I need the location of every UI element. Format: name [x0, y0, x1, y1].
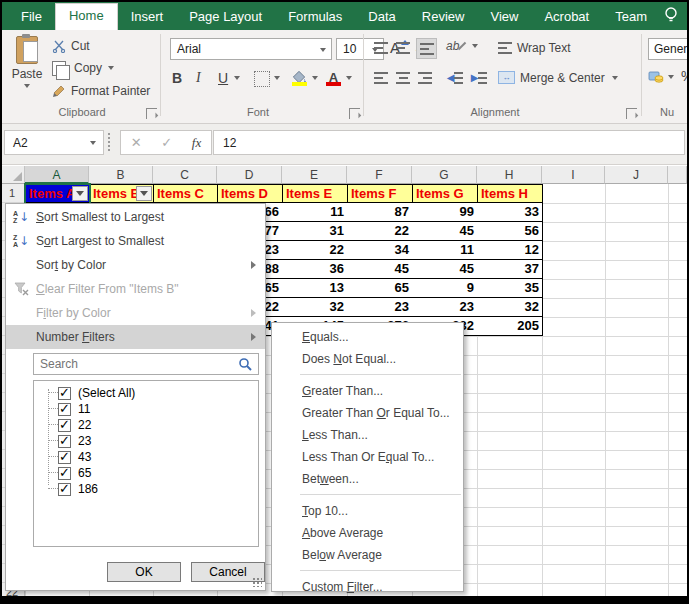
name-box-dropdown-arrow[interactable]	[90, 141, 96, 145]
column-header-d[interactable]: D	[217, 166, 282, 184]
checkbox-checked-icon[interactable]	[58, 435, 71, 448]
paste-dropdown-arrow[interactable]	[24, 84, 30, 88]
column-header-h[interactable]: H	[477, 166, 542, 184]
data-cell[interactable]: 31	[282, 222, 348, 241]
data-cell[interactable]: 34	[347, 241, 413, 260]
font-dialog-launcher[interactable]	[349, 108, 360, 119]
accounting-dropdown-arrow[interactable]	[668, 75, 674, 79]
underline-dropdown-arrow[interactable]	[234, 76, 240, 80]
ribbon-tab-file[interactable]: File	[8, 5, 55, 30]
data-cell[interactable]: 12	[477, 241, 543, 260]
percent-style-button[interactable]: %	[681, 68, 689, 84]
align-left-button[interactable]	[372, 69, 390, 86]
data-cell[interactable]: 33	[477, 203, 543, 222]
merge-center-dropdown-arrow[interactable]	[612, 76, 618, 80]
header-cell-items-e[interactable]: Items E	[282, 184, 348, 203]
data-cell[interactable]: 45	[347, 260, 413, 279]
cut-button[interactable]: Cut	[52, 38, 90, 54]
format-painter-button[interactable]: Format Painter	[52, 83, 150, 99]
decrease-indent-button[interactable]: ◀	[446, 69, 464, 86]
font-color-dropdown-arrow[interactable]	[346, 76, 352, 80]
checkbox-checked-icon[interactable]	[58, 483, 71, 496]
ribbon-tab-view[interactable]: View	[477, 5, 531, 30]
submenu-item-less-than-or-equal-to[interactable]: Less Than Or Equal To...	[272, 446, 463, 468]
checkbox-checked-icon[interactable]	[58, 451, 71, 464]
data-cell[interactable]: 35	[477, 279, 543, 298]
header-cell-items-g[interactable]: Items G	[412, 184, 478, 203]
formula-bar-splitter[interactable]	[108, 133, 114, 151]
submenu-item-top-10[interactable]: Top 10...	[272, 500, 463, 522]
data-cell[interactable]: 9	[412, 279, 478, 298]
header-cell-items-h[interactable]: Items H	[477, 184, 543, 203]
copy-button[interactable]: Copy	[52, 60, 114, 76]
font-name-combobox[interactable]: Arial	[170, 38, 332, 60]
data-cell[interactable]: 32	[282, 298, 348, 317]
column-header-c[interactable]: C	[153, 166, 217, 184]
resize-grip[interactable]	[253, 578, 262, 587]
ribbon-tab-page-layout[interactable]: Page Layout	[176, 5, 275, 30]
data-cell[interactable]: 32	[477, 298, 543, 317]
submenu-item-greater-than[interactable]: Greater Than...	[272, 380, 463, 402]
number-format-combobox[interactable]: General	[648, 38, 689, 60]
data-cell[interactable]: 11	[282, 203, 348, 222]
filter-button-items-a[interactable]	[72, 186, 88, 201]
data-cell[interactable]: 37	[477, 260, 543, 279]
submenu-item-below-average[interactable]: Below Average	[272, 544, 463, 566]
header-cell-items-d[interactable]: Items D	[217, 184, 283, 203]
align-center-button[interactable]	[394, 69, 412, 86]
tell-me-lightbulb-icon[interactable]	[661, 5, 681, 25]
bold-button[interactable]: B	[172, 70, 182, 86]
ribbon-tab-formulas[interactable]: Formulas	[275, 5, 355, 30]
ribbon-tab-insert[interactable]: Insert	[118, 5, 177, 30]
data-cell[interactable]: 22	[282, 241, 348, 260]
column-header-i[interactable]: I	[542, 166, 605, 184]
ribbon-tab-data[interactable]: Data	[355, 5, 408, 30]
data-cell[interactable]: 87	[347, 203, 413, 222]
clipboard-dialog-launcher[interactable]	[146, 108, 157, 119]
submenu-item-greater-than-or-equal-to[interactable]: Greater Than Or Equal To...	[272, 402, 463, 424]
checkbox-checked-icon[interactable]	[58, 403, 71, 416]
search-input[interactable]	[34, 356, 238, 372]
ribbon-tab-team[interactable]: Team	[602, 5, 660, 30]
header-cell-items-c[interactable]: Items C	[153, 184, 218, 203]
insert-function-button[interactable]: fx	[192, 135, 201, 151]
formula-cancel-button[interactable]: ✕	[131, 135, 142, 150]
data-cell[interactable]: 99	[412, 203, 478, 222]
data-cell[interactable]: 22	[347, 222, 413, 241]
font-name-dropdown-arrow[interactable]	[315, 42, 331, 56]
row-header-1[interactable]: 1	[0, 184, 25, 203]
font-color-button[interactable]: A	[326, 68, 341, 86]
checkbox-checked-icon[interactable]	[58, 387, 71, 400]
menu-item-sort-largest-to-smallest[interactable]: ZA↓Sort Largest to Smallest	[6, 229, 265, 253]
data-cell[interactable]: 56	[477, 222, 543, 241]
ok-button[interactable]: OK	[107, 562, 181, 582]
merge-center-button[interactable]: ↔ Merge & Center	[498, 69, 618, 86]
formula-input[interactable]: 12	[213, 130, 685, 155]
underline-button[interactable]: U	[218, 70, 228, 86]
column-header-b[interactable]: B	[89, 166, 153, 184]
align-right-button[interactable]	[416, 69, 434, 86]
column-header-partial[interactable]	[668, 166, 687, 184]
orientation-dropdown-arrow[interactable]	[472, 44, 478, 48]
submenu-item-custom-filter[interactable]: Custom Filter...	[272, 576, 463, 598]
ribbon-tab-home[interactable]: Home	[55, 3, 118, 30]
data-cell[interactable]: 45	[412, 222, 478, 241]
menu-item-number-filters[interactable]: Number Filters	[6, 325, 265, 349]
column-header-e[interactable]: E	[282, 166, 347, 184]
menu-item-sort-by-color[interactable]: Sort by Color	[6, 253, 265, 277]
orientation-button[interactable]: ab	[446, 39, 467, 53]
column-header-g[interactable]: G	[412, 166, 477, 184]
search-icon[interactable]	[238, 357, 252, 371]
submenu-item-between[interactable]: Between...	[272, 468, 463, 490]
submenu-item-less-than[interactable]: Less Than...	[272, 424, 463, 446]
menu-item-sort-smallest-to-largest[interactable]: AZ↓Sort Smallest to Largest	[6, 205, 265, 229]
column-header-a[interactable]: A	[25, 166, 89, 184]
submenu-item-does-not-equal[interactable]: Does Not Equal...	[272, 348, 463, 370]
italic-button[interactable]: I	[196, 70, 201, 86]
submenu-item-equals[interactable]: Equals...	[272, 326, 463, 348]
data-cell[interactable]: 11	[412, 241, 478, 260]
filter-button-items-b[interactable]	[136, 186, 152, 201]
borders-dropdown-arrow[interactable]	[274, 76, 280, 80]
data-cell[interactable]: 23	[347, 298, 413, 317]
data-cell[interactable]: 45	[412, 260, 478, 279]
